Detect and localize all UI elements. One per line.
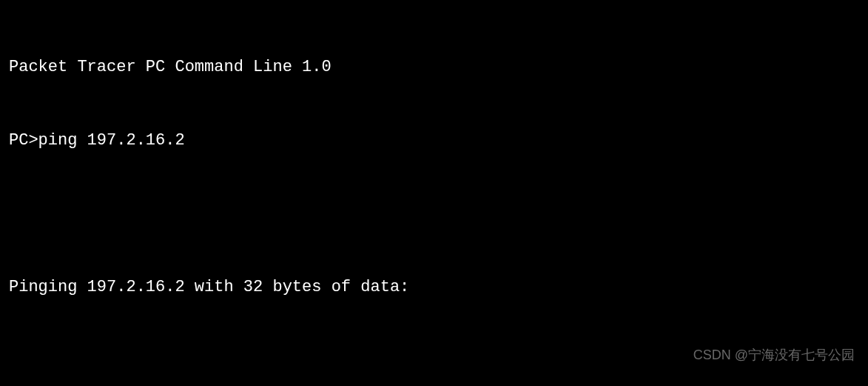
command-line-1: PC>ping 197.2.16.2	[9, 128, 859, 153]
pinging-header: Pinging 197.2.16.2 with 32 bytes of data…	[9, 275, 859, 299]
watermark: CSDN @宁海没有七号公园	[693, 345, 855, 365]
prompt: PC>	[9, 128, 38, 153]
blank-line	[9, 202, 859, 226]
terminal-output[interactable]: Packet Tracer PC Command Line 1.0 PC>pin…	[9, 6, 859, 386]
typed-command: ping 197.2.16.2	[38, 128, 185, 153]
banner-line: Packet Tracer PC Command Line 1.0	[9, 55, 859, 79]
